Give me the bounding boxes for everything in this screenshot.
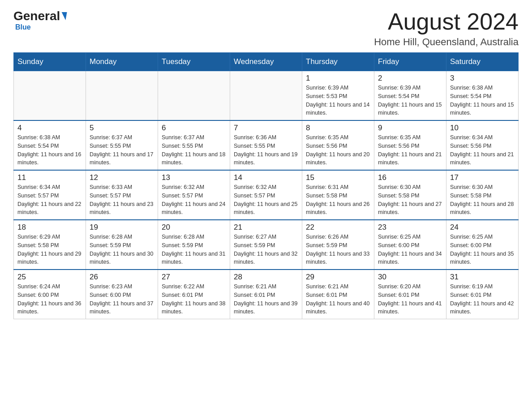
calendar-day-cell: 8Sunrise: 6:35 AM Sunset: 5:56 PM Daylig… <box>302 120 374 170</box>
day-info: Sunrise: 6:25 AM Sunset: 6:00 PM Dayligh… <box>450 233 515 266</box>
day-number: 13 <box>162 173 226 182</box>
day-info: Sunrise: 6:38 AM Sunset: 5:54 PM Dayligh… <box>17 133 82 167</box>
day-number: 5 <box>90 124 154 133</box>
day-number: 17 <box>450 173 515 182</box>
logo-general-text: General <box>13 9 60 23</box>
calendar-day-cell: 4Sunrise: 6:38 AM Sunset: 5:54 PM Daylig… <box>14 120 86 170</box>
day-number: 22 <box>306 223 370 232</box>
day-number: 18 <box>17 223 82 232</box>
day-number: 2 <box>378 74 442 83</box>
calendar-day-cell: 18Sunrise: 6:29 AM Sunset: 5:58 PM Dayli… <box>14 220 86 270</box>
day-number: 27 <box>162 273 226 282</box>
header: General Blue August 2024 Home Hill, Quee… <box>13 9 519 48</box>
day-number: 12 <box>90 173 154 182</box>
calendar-day-cell: 20Sunrise: 6:28 AM Sunset: 5:59 PM Dayli… <box>158 220 230 270</box>
day-number: 3 <box>450 74 515 83</box>
day-number: 14 <box>234 173 298 182</box>
day-number: 28 <box>234 273 298 282</box>
calendar-day-cell: 21Sunrise: 6:27 AM Sunset: 5:59 PM Dayli… <box>230 220 302 270</box>
calendar-week-row: 25Sunrise: 6:24 AM Sunset: 6:00 PM Dayli… <box>14 270 519 319</box>
location-title: Home Hill, Queensland, Australia <box>374 36 519 48</box>
title-area: August 2024 Home Hill, Queensland, Austr… <box>374 9 519 48</box>
day-info: Sunrise: 6:35 AM Sunset: 5:56 PM Dayligh… <box>306 133 370 167</box>
logo-arrow-icon <box>60 12 67 20</box>
day-number: 15 <box>306 173 370 182</box>
day-info: Sunrise: 6:28 AM Sunset: 5:59 PM Dayligh… <box>162 233 226 266</box>
day-header-saturday: Saturday <box>446 53 519 71</box>
day-number: 30 <box>378 273 442 282</box>
calendar-day-cell: 24Sunrise: 6:25 AM Sunset: 6:00 PM Dayli… <box>446 220 519 270</box>
day-info: Sunrise: 6:33 AM Sunset: 5:57 PM Dayligh… <box>90 183 154 217</box>
day-number: 21 <box>234 223 298 232</box>
calendar-day-cell <box>86 71 158 121</box>
calendar-day-cell: 15Sunrise: 6:31 AM Sunset: 5:58 PM Dayli… <box>302 170 374 220</box>
day-number: 6 <box>162 124 226 133</box>
day-info: Sunrise: 6:37 AM Sunset: 5:55 PM Dayligh… <box>162 133 226 167</box>
calendar-day-cell: 25Sunrise: 6:24 AM Sunset: 6:00 PM Dayli… <box>14 270 86 319</box>
day-info: Sunrise: 6:36 AM Sunset: 5:55 PM Dayligh… <box>234 133 298 167</box>
day-number: 1 <box>306 74 370 83</box>
calendar-day-cell: 29Sunrise: 6:21 AM Sunset: 6:01 PM Dayli… <box>302 270 374 319</box>
day-info: Sunrise: 6:39 AM Sunset: 5:53 PM Dayligh… <box>306 84 370 117</box>
calendar-week-row: 18Sunrise: 6:29 AM Sunset: 5:58 PM Dayli… <box>14 220 519 270</box>
calendar-day-cell: 6Sunrise: 6:37 AM Sunset: 5:55 PM Daylig… <box>158 120 230 170</box>
calendar-day-cell: 3Sunrise: 6:38 AM Sunset: 5:54 PM Daylig… <box>446 71 519 121</box>
logo: General Blue <box>13 9 66 31</box>
day-number: 9 <box>378 124 442 133</box>
calendar-day-cell <box>158 71 230 121</box>
day-info: Sunrise: 6:22 AM Sunset: 6:01 PM Dayligh… <box>162 283 226 316</box>
day-info: Sunrise: 6:26 AM Sunset: 5:59 PM Dayligh… <box>306 233 370 266</box>
day-info: Sunrise: 6:29 AM Sunset: 5:58 PM Dayligh… <box>17 233 82 266</box>
calendar-day-cell: 19Sunrise: 6:28 AM Sunset: 5:59 PM Dayli… <box>86 220 158 270</box>
day-info: Sunrise: 6:37 AM Sunset: 5:55 PM Dayligh… <box>90 133 154 167</box>
day-header-sunday: Sunday <box>14 53 86 71</box>
calendar-day-cell: 2Sunrise: 6:39 AM Sunset: 5:54 PM Daylig… <box>374 71 446 121</box>
calendar-day-cell: 10Sunrise: 6:34 AM Sunset: 5:56 PM Dayli… <box>446 120 519 170</box>
calendar-day-cell: 11Sunrise: 6:34 AM Sunset: 5:57 PM Dayli… <box>14 170 86 220</box>
calendar-week-row: 11Sunrise: 6:34 AM Sunset: 5:57 PM Dayli… <box>14 170 519 220</box>
day-number: 10 <box>450 124 515 133</box>
calendar-week-row: 1Sunrise: 6:39 AM Sunset: 5:53 PM Daylig… <box>14 71 519 121</box>
day-info: Sunrise: 6:35 AM Sunset: 5:56 PM Dayligh… <box>378 133 442 167</box>
day-info: Sunrise: 6:32 AM Sunset: 5:57 PM Dayligh… <box>162 183 226 217</box>
day-number: 23 <box>378 223 442 232</box>
calendar-day-cell: 23Sunrise: 6:25 AM Sunset: 6:00 PM Dayli… <box>374 220 446 270</box>
day-number: 29 <box>306 273 370 282</box>
day-number: 19 <box>90 223 154 232</box>
day-info: Sunrise: 6:23 AM Sunset: 6:00 PM Dayligh… <box>90 283 154 316</box>
day-number: 8 <box>306 124 370 133</box>
calendar-day-cell: 12Sunrise: 6:33 AM Sunset: 5:57 PM Dayli… <box>86 170 158 220</box>
calendar-day-cell: 13Sunrise: 6:32 AM Sunset: 5:57 PM Dayli… <box>158 170 230 220</box>
day-number: 25 <box>17 273 82 282</box>
day-info: Sunrise: 6:31 AM Sunset: 5:58 PM Dayligh… <box>306 183 370 217</box>
day-number: 31 <box>450 273 515 282</box>
day-info: Sunrise: 6:21 AM Sunset: 6:01 PM Dayligh… <box>234 283 298 316</box>
day-info: Sunrise: 6:19 AM Sunset: 6:01 PM Dayligh… <box>450 283 515 316</box>
calendar-day-cell: 9Sunrise: 6:35 AM Sunset: 5:56 PM Daylig… <box>374 120 446 170</box>
calendar-header-row: SundayMondayTuesdayWednesdayThursdayFrid… <box>14 53 519 71</box>
day-info: Sunrise: 6:34 AM Sunset: 5:56 PM Dayligh… <box>450 133 515 167</box>
calendar-table: SundayMondayTuesdayWednesdayThursdayFrid… <box>13 52 519 319</box>
day-info: Sunrise: 6:20 AM Sunset: 6:01 PM Dayligh… <box>378 283 442 316</box>
day-header-thursday: Thursday <box>302 53 374 71</box>
day-info: Sunrise: 6:27 AM Sunset: 5:59 PM Dayligh… <box>234 233 298 266</box>
day-info: Sunrise: 6:30 AM Sunset: 5:58 PM Dayligh… <box>450 183 515 217</box>
logo-blue-text: Blue <box>15 23 31 31</box>
day-header-wednesday: Wednesday <box>230 53 302 71</box>
calendar-day-cell: 26Sunrise: 6:23 AM Sunset: 6:00 PM Dayli… <box>86 270 158 319</box>
day-header-monday: Monday <box>86 53 158 71</box>
day-info: Sunrise: 6:39 AM Sunset: 5:54 PM Dayligh… <box>378 84 442 117</box>
calendar-day-cell <box>230 71 302 121</box>
day-header-tuesday: Tuesday <box>158 53 230 71</box>
calendar-day-cell: 28Sunrise: 6:21 AM Sunset: 6:01 PM Dayli… <box>230 270 302 319</box>
calendar-day-cell: 16Sunrise: 6:30 AM Sunset: 5:58 PM Dayli… <box>374 170 446 220</box>
day-number: 16 <box>378 173 442 182</box>
day-number: 26 <box>90 273 154 282</box>
day-info: Sunrise: 6:32 AM Sunset: 5:57 PM Dayligh… <box>234 183 298 217</box>
day-number: 11 <box>17 173 82 182</box>
calendar-week-row: 4Sunrise: 6:38 AM Sunset: 5:54 PM Daylig… <box>14 120 519 170</box>
day-info: Sunrise: 6:21 AM Sunset: 6:01 PM Dayligh… <box>306 283 370 316</box>
calendar-day-cell: 14Sunrise: 6:32 AM Sunset: 5:57 PM Dayli… <box>230 170 302 220</box>
day-info: Sunrise: 6:25 AM Sunset: 6:00 PM Dayligh… <box>378 233 442 266</box>
calendar-day-cell: 5Sunrise: 6:37 AM Sunset: 5:55 PM Daylig… <box>86 120 158 170</box>
